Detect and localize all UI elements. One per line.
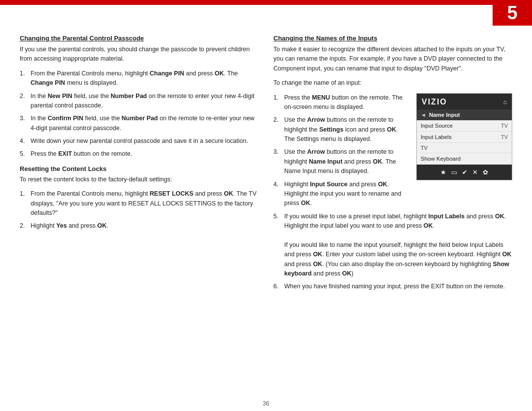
rectangle-icon: ▭ (451, 169, 457, 176)
back-arrow-icon: ◄ (421, 112, 426, 118)
right-section1-intro2: To change the name of an input: (273, 78, 512, 88)
check-icon: ✔ (462, 169, 467, 176)
list-item: 5. Press the EXIT button on the remote. (20, 149, 259, 159)
tv-menu-item-value: TV (501, 134, 508, 140)
tv-menu-item-show-keyboard: Show Keyboard (417, 153, 512, 165)
list-item: 1. Press the MENU button on the remote. … (273, 93, 409, 112)
list-item: 6. When you have finished naming your in… (273, 282, 512, 291)
section2-steps: 1. From the Parental Controls menu, high… (20, 189, 259, 231)
right-column: Changing the Names of the Inputs To make… (273, 34, 512, 391)
tv-menu-title: Name Input (429, 112, 460, 118)
list-item: 2. Use the Arrow buttons on the remote t… (273, 115, 409, 144)
tv-menu-item-label: Input Source (421, 123, 453, 129)
tv-menu-item-tv: TV (417, 143, 512, 153)
list-item: 1. From the Parental Controls menu, high… (20, 69, 259, 88)
star-icon: ★ (440, 169, 446, 176)
right-section1-intro: To make it easier to recognize the diffe… (273, 45, 512, 73)
content-area: Changing the Parental Control Passcode I… (0, 26, 532, 396)
top-red-bar (0, 0, 493, 5)
list-item: 2. Highlight Yes and press OK. (20, 221, 259, 231)
tv-menu-item-input-source: Input Source TV (417, 120, 512, 132)
list-item: 4. Write down your new parental control … (20, 137, 259, 146)
bottom-page-number: 36 (0, 400, 532, 407)
section2-heading: Resetting the Content Locks (20, 165, 259, 172)
section1-steps: 1. From the Parental Controls menu, high… (20, 69, 259, 159)
tv-header: VIZIO ⌂ (417, 94, 512, 109)
left-column: Changing the Parental Control Passcode I… (20, 34, 259, 391)
list-item: 3. In the Confirm PIN field, use the Num… (20, 114, 259, 133)
settings-icon: ✿ (483, 169, 488, 176)
section1-heading: Changing the Parental Control Passcode (20, 34, 259, 42)
list-item: 3. Use the Arrow buttons on the remote t… (273, 147, 409, 176)
tv-footer: ★ ▭ ✔ ✕ ✿ (417, 165, 512, 180)
home-icon: ⌂ (503, 99, 507, 105)
tv-menu-item-label: Input Labels (421, 134, 452, 140)
page-number-bottom: 36 (263, 400, 269, 407)
vizio-logo: VIZIO (422, 98, 447, 106)
tv-menu-items: Input Source TV Input Labels TV TV Show … (417, 120, 512, 165)
tv-ui-container: VIZIO ⌂ ◄ Name Input Input Source TV Inp… (416, 93, 512, 180)
page-number: 5 (507, 2, 517, 24)
list-item: 5. If you would like to use a preset inp… (273, 212, 512, 279)
tv-ui-screenshot: VIZIO ⌂ ◄ Name Input Input Source TV Inp… (416, 93, 512, 180)
close-icon: ✕ (472, 169, 478, 176)
section2-intro: To reset the content locks to the factor… (20, 175, 259, 184)
section1-intro: If you use the parental controls, you sh… (20, 45, 259, 64)
right-section1-heading: Changing the Names of the Inputs (273, 34, 512, 42)
tv-menu-bar: ◄ Name Input (417, 109, 512, 120)
list-item: 4. Highlight Input Source and press OK. … (273, 180, 409, 208)
list-item: 1. From the Parental Controls menu, high… (20, 189, 259, 218)
page-number-box: 5 (493, 0, 532, 26)
tv-menu-item-input-labels: Input Labels TV (417, 132, 512, 143)
list-item: 2. In the New PIN field, use the Number … (20, 92, 259, 111)
tv-menu-item-value: TV (501, 123, 508, 129)
tv-menu-item-label: Show Keyboard (421, 156, 461, 162)
